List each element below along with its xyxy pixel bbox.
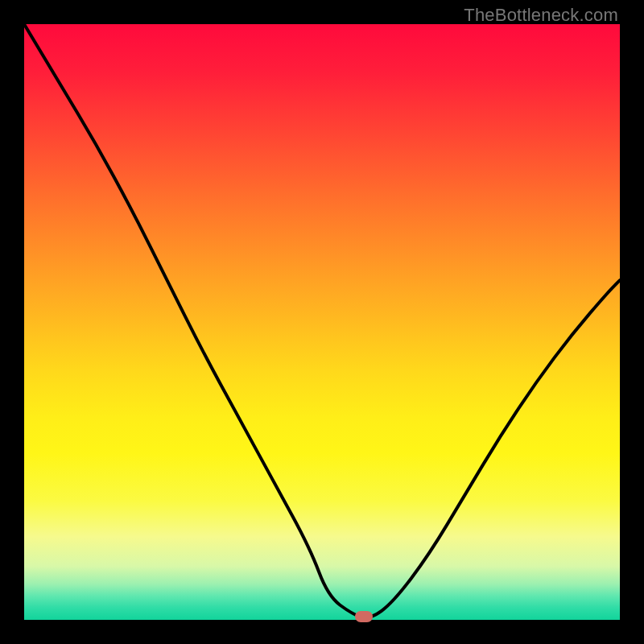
chart-plot-area <box>24 24 620 620</box>
watermark-text: TheBottleneck.com <box>464 5 618 26</box>
curve-path <box>24 24 620 617</box>
bottleneck-curve <box>24 24 620 620</box>
optimum-marker <box>355 611 373 622</box>
